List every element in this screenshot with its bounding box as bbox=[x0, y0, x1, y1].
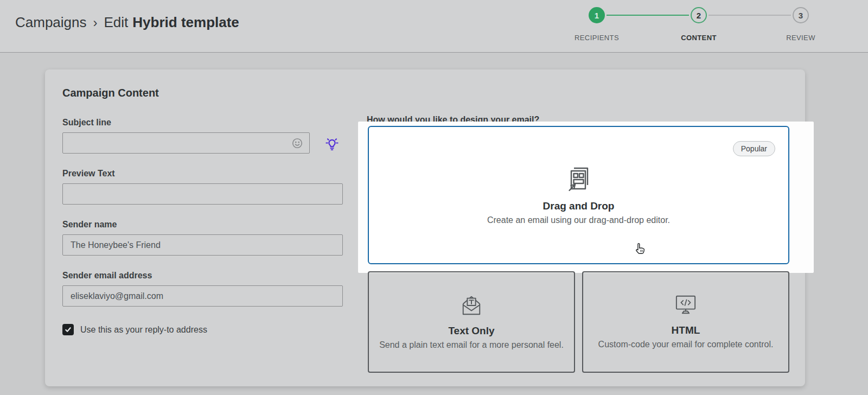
sender-name-input[interactable] bbox=[62, 234, 343, 256]
subject-line-input[interactable] bbox=[62, 132, 310, 154]
sender-name-label: Sender name bbox=[62, 220, 344, 230]
step-connector-complete bbox=[607, 15, 689, 16]
drag-and-drop-editor-icon bbox=[565, 164, 593, 194]
subject-line-label: Subject line bbox=[62, 118, 344, 128]
emoji-picker-icon[interactable] bbox=[291, 137, 303, 149]
preview-text-input[interactable] bbox=[62, 183, 343, 205]
page-header: Campaigns › Edit Hybrid template 1 2 3 R… bbox=[0, 0, 868, 53]
step-review-circle: 3 bbox=[793, 7, 809, 23]
html-code-monitor-icon bbox=[673, 294, 698, 318]
step-review-label: REVIEW bbox=[757, 34, 844, 42]
step-recipients-label: RECIPIENTS bbox=[553, 34, 640, 42]
design-option-drag-and-drop[interactable]: Popular Drag and Drop Create an email us… bbox=[368, 126, 789, 264]
reply-to-checkbox[interactable] bbox=[62, 324, 74, 335]
step-recipients-circle[interactable]: 1 bbox=[589, 7, 605, 23]
option-title: Text Only bbox=[448, 325, 494, 337]
subject-suggestions-lightbulb-icon[interactable] bbox=[324, 136, 340, 152]
wizard-stepper: 1 2 3 RECIPIENTS CONTENT REVIEW bbox=[0, 0, 868, 53]
step-content-circle[interactable]: 2 bbox=[691, 7, 707, 23]
reply-to-label: Use this as your reply-to address bbox=[80, 325, 207, 335]
preview-text-label: Preview Text bbox=[62, 169, 344, 179]
design-option-text-only[interactable]: Text Only Send a plain text email for a … bbox=[368, 271, 575, 373]
sender-email-label: Sender email address bbox=[62, 271, 344, 281]
sender-email-input[interactable] bbox=[62, 285, 343, 307]
option-title: HTML bbox=[672, 324, 700, 336]
option-title: Drag and Drop bbox=[543, 200, 615, 212]
option-description: Custom-code your email for complete cont… bbox=[598, 339, 774, 351]
campaign-editor-page: Campaigns › Edit Hybrid template 1 2 3 R… bbox=[0, 0, 868, 395]
step-connector-upcoming bbox=[709, 15, 791, 16]
step-content-label: CONTENT bbox=[655, 34, 742, 42]
reply-to-row: Use this as your reply-to address bbox=[62, 324, 344, 335]
design-option-html[interactable]: HTML Custom-code your email for complete… bbox=[582, 271, 789, 373]
section-heading: Campaign Content bbox=[62, 87, 344, 99]
popular-badge: Popular bbox=[733, 141, 775, 156]
text-only-envelope-icon bbox=[459, 294, 484, 318]
option-description: Send a plain text email for a more perso… bbox=[379, 340, 564, 351]
option-description: Create an email using our drag-and-drop … bbox=[487, 215, 670, 226]
campaign-content-form: Campaign Content Subject line bbox=[62, 87, 344, 335]
